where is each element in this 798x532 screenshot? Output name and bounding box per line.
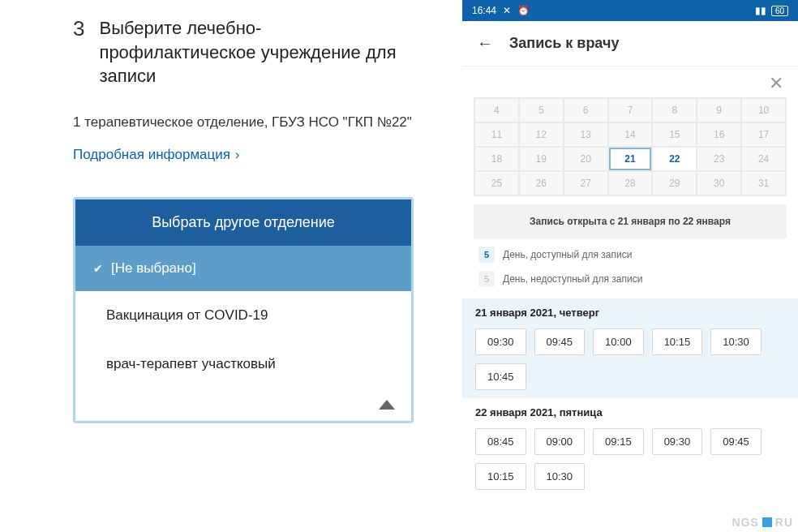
- time-slot[interactable]: 10:30: [534, 463, 586, 490]
- watermark-b: RU: [775, 516, 793, 529]
- dnd-icon: ✕: [503, 5, 511, 16]
- availability-banner: Запись открыта с 21 января по 22 января: [474, 204, 787, 238]
- watermark-a: NGS: [732, 516, 758, 529]
- time-slot[interactable]: 08:45: [475, 428, 526, 455]
- battery-icon: 60: [771, 6, 788, 16]
- legend-unavailable-label: День, недоступный для записи: [503, 273, 642, 285]
- calendar-grid: 4567891011121314151617181920212223242526…: [474, 97, 787, 196]
- step-title: Выберите лечебно-профилактическое учрежд…: [99, 16, 414, 88]
- dropdown-option[interactable]: врач-терапевт участковый: [75, 340, 411, 388]
- day-title: 22 января 2021, пятница: [475, 406, 785, 418]
- status-bar: 16:44 ✕ ⏰ ▮▮ 60: [462, 0, 798, 21]
- calendar-day: 8: [652, 98, 697, 122]
- app-bar: ← Запись к врачу: [462, 21, 798, 66]
- slot-grid: 08:4509:0009:1509:3009:4510:1510:30: [475, 428, 785, 490]
- legend-available-label: День, доступный для записи: [503, 249, 632, 260]
- chevron-right-icon: ›: [235, 148, 239, 162]
- legend-available-box: 5: [478, 247, 495, 263]
- calendar-day: 23: [697, 147, 741, 171]
- alarm-icon: ⏰: [517, 5, 530, 16]
- calendar-day: 6: [564, 98, 608, 122]
- department-name: 1 терапевтическое отделение, ГБУЗ НСО "Г…: [73, 113, 414, 132]
- step-number: 3: [73, 16, 84, 88]
- dropdown-collapse[interactable]: [75, 388, 411, 421]
- calendar-day: 13: [564, 122, 608, 147]
- calendar-day: 11: [474, 122, 519, 147]
- time-slot[interactable]: 10:00: [593, 328, 644, 355]
- time-slot[interactable]: 09:15: [593, 428, 644, 455]
- department-dropdown[interactable]: Выбрать другое отделение ✔ [Не выбрано] …: [73, 197, 414, 423]
- watermark-square-icon: [762, 517, 772, 527]
- calendar-day: 30: [697, 171, 741, 195]
- calendar-day: 19: [519, 147, 564, 171]
- day-block: 21 января 2021, четверг09:3009:4510:0010…: [462, 298, 798, 398]
- details-link-label: Подробная информация: [73, 147, 230, 163]
- legend: 5 День, доступный для записи 5 День, нед…: [462, 247, 798, 287]
- calendar-day: 26: [519, 171, 564, 195]
- watermark: NGS RU: [732, 516, 793, 529]
- day-block: 22 января 2021, пятница08:4509:0009:1509…: [462, 398, 798, 498]
- dropdown-option[interactable]: Вакцинация от COVID-19: [75, 291, 411, 340]
- calendar-day: 12: [519, 122, 564, 147]
- time-slot[interactable]: 09:30: [652, 428, 703, 455]
- left-panel: 3 Выберите лечебно-профилактическое учре…: [0, 0, 462, 532]
- calendar-day: 20: [564, 147, 608, 171]
- chevron-up-icon: [379, 400, 395, 410]
- calendar-day: 24: [741, 147, 786, 171]
- calendar-day: 5: [519, 98, 564, 122]
- time-slot[interactable]: 09:45: [534, 328, 586, 355]
- calendar-day: 29: [652, 171, 697, 195]
- mobile-screenshot: 16:44 ✕ ⏰ ▮▮ 60 ← Запись к врачу ✕ 45678…: [462, 0, 798, 532]
- calendar-day: 4: [474, 98, 519, 122]
- calendar-day: 17: [741, 122, 786, 147]
- calendar-day[interactable]: 22: [652, 147, 697, 171]
- dropdown-selected-label: [Не выбрано]: [111, 260, 196, 277]
- appbar-title: Запись к врачу: [509, 35, 619, 52]
- time-slot[interactable]: 09:30: [475, 328, 526, 355]
- close-icon[interactable]: ✕: [769, 73, 783, 94]
- calendar-day: 7: [608, 98, 653, 122]
- calendar-day: 14: [608, 122, 653, 147]
- dropdown-selected[interactable]: ✔ [Не выбрано]: [75, 246, 411, 291]
- calendar-day: 9: [697, 98, 741, 122]
- time-slot[interactable]: 09:45: [710, 428, 762, 455]
- legend-unavailable-box: 5: [478, 271, 495, 287]
- status-time: 16:44: [472, 5, 496, 16]
- dropdown-header[interactable]: Выбрать другое отделение: [75, 200, 411, 246]
- slot-grid: 09:3009:4510:0010:1510:3010:45: [475, 328, 785, 390]
- time-slot[interactable]: 10:30: [710, 328, 762, 355]
- step-row: 3 Выберите лечебно-профилактическое учре…: [73, 16, 414, 88]
- calendar-day: 10: [741, 98, 786, 122]
- time-slot[interactable]: 10:15: [652, 328, 703, 355]
- calendar-day: 15: [652, 122, 697, 147]
- check-icon: ✔: [93, 262, 103, 275]
- time-slot[interactable]: 10:15: [475, 463, 526, 490]
- calendar-day: 16: [697, 122, 741, 147]
- calendar-day: 25: [474, 171, 519, 195]
- day-title: 21 января 2021, четверг: [475, 307, 785, 319]
- back-arrow-icon[interactable]: ←: [477, 34, 493, 53]
- calendar-day: 27: [564, 171, 608, 195]
- calendar-day: 28: [608, 171, 653, 195]
- details-link[interactable]: Подробная информация ›: [73, 147, 414, 163]
- signal-icon: ▮▮: [755, 5, 766, 16]
- time-slot[interactable]: 10:45: [475, 363, 526, 390]
- calendar-day[interactable]: 21: [608, 147, 653, 171]
- time-slot[interactable]: 09:00: [534, 428, 586, 455]
- calendar-day: 31: [741, 171, 786, 195]
- calendar-day: 18: [474, 147, 519, 171]
